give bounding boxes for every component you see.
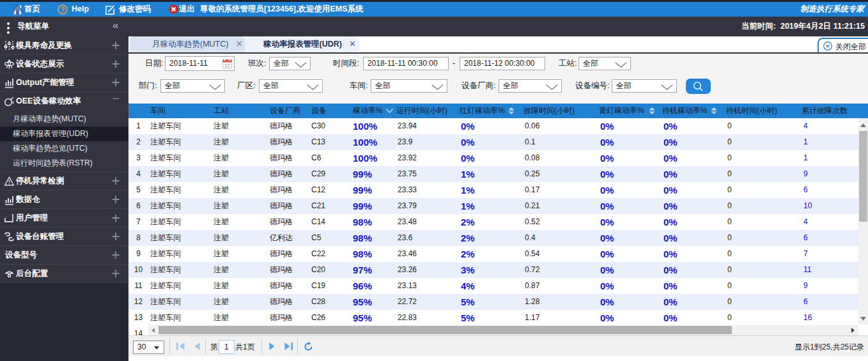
svg-text:?: ?	[61, 6, 65, 13]
svg-text:17: 17	[225, 63, 230, 68]
